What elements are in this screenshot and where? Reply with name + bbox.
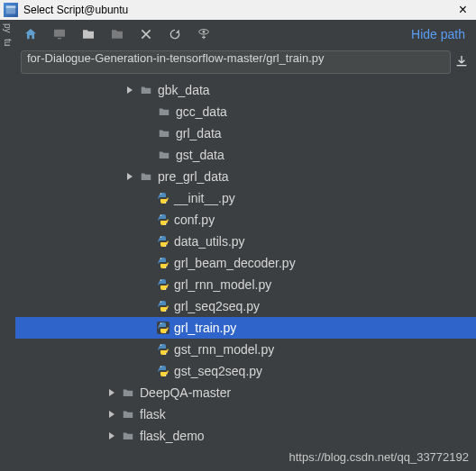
tree-row[interactable]: conf.py [15,209,476,231]
path-row: for-Dialogue-Generation-in-tensorflow-ma… [15,49,476,79]
tree-row[interactable]: gst_data [15,144,476,166]
python-file-icon [156,256,170,270]
project-icon[interactable] [80,26,96,42]
svg-point-30 [160,367,161,367]
watermark: https://blog.csdn.net/qq_33772192 [289,450,470,464]
window-titlebar: Select Script@ubuntu × [0,0,476,21]
svg-point-18 [160,280,161,281]
tree-row[interactable]: data_utils.py [15,231,476,252]
tree-item-label: flask [140,407,166,421]
tree-row[interactable]: grl_data [15,122,476,144]
tree-item-label: grl_seq2seq.py [174,299,260,313]
folder-icon [120,430,136,442]
folder-icon [156,127,172,140]
svg-point-13 [165,245,166,246]
close-icon[interactable] [138,26,154,42]
tree-row[interactable]: gcc_data [15,101,476,122]
tree-row[interactable]: grl_beam_decoder.py [15,252,476,274]
lefttab-2: tu [3,39,13,46]
path-input[interactable]: for-Dialogue-Generation-in-tensorflow-ma… [21,50,451,74]
python-file-icon [156,277,170,292]
expand-arrow-icon[interactable] [124,172,136,181]
tree-item-label: flask_demo [140,429,205,443]
svg-rect-2 [54,30,65,37]
svg-point-24 [160,323,161,324]
tree-row[interactable]: grl_rnn_model.py [15,274,476,295]
tree-row[interactable]: gst_seq2seq.py [15,360,476,382]
svg-point-21 [160,302,161,303]
tree-item-label: __init__.py [174,191,235,205]
folder-icon [138,170,154,183]
tree-row[interactable]: flask_demo [15,425,476,447]
lefttab-1: py [3,23,13,33]
hide-path-link[interactable]: Hide path [411,27,469,41]
file-tree[interactable]: gbk_datagcc_datagrl_datagst_datapre_grl_… [15,79,476,471]
main-panel: Hide path for-Dialogue-Generation-in-ten… [15,20,476,471]
svg-rect-1 [6,6,16,8]
window-close-button[interactable]: × [453,2,472,18]
tree-item-label: grl_beam_decoder.py [174,256,296,270]
tree-row[interactable]: __init__.py [15,187,476,209]
svg-point-16 [165,267,166,267]
svg-point-4 [203,31,206,33]
tree-item-label: DeepQA-master [140,385,231,400]
svg-point-28 [165,353,166,354]
tree-item-label: grl_data [176,126,222,140]
python-file-icon [156,299,170,313]
toolbar: Hide path [15,20,476,49]
module-icon[interactable] [109,26,125,42]
window-title: Select Script@ubuntu [23,4,453,16]
svg-point-9 [160,215,161,216]
tree-row[interactable]: grl_seq2seq.py [15,295,476,317]
tree-item-label: gst_data [176,148,224,162]
tree-row[interactable]: flask [15,403,476,425]
tree-row[interactable]: gst_rnn_model.py [15,339,476,360]
tree-item-label: grl_rnn_model.py [174,277,271,292]
python-file-icon [156,364,170,378]
tree-item-label: gbk_data [158,83,210,97]
folder-icon [120,408,136,421]
svg-point-6 [160,194,161,195]
tree-item-label: grl_train.py [174,321,236,335]
left-tab-labels: py tu [0,20,15,95]
refresh-icon[interactable] [167,26,183,42]
show-hidden-icon[interactable] [196,26,212,42]
app-icon [4,3,18,17]
svg-point-19 [165,288,166,289]
desktop-icon[interactable] [51,26,68,42]
svg-point-7 [165,202,166,203]
svg-point-22 [165,310,166,311]
folder-icon [138,84,154,96]
python-file-icon [156,234,170,249]
folder-icon [156,105,172,118]
svg-point-12 [160,237,161,238]
tree-item-label: conf.py [174,213,215,227]
python-file-icon [156,191,170,205]
svg-point-15 [160,258,161,259]
expand-arrow-icon[interactable] [105,410,118,419]
expand-arrow-icon[interactable] [124,86,136,95]
tree-row[interactable]: pre_grl_data [15,166,476,187]
path-text: for-Dialogue-Generation-in-tensorflow-ma… [27,51,324,65]
expand-arrow-icon[interactable] [105,431,118,440]
svg-point-31 [165,375,166,376]
tree-row[interactable]: grl_train.py [15,317,476,339]
tree-item-label: gst_rnn_model.py [174,342,274,357]
tree-item-label: data_utils.py [174,234,245,249]
tree-item-label: gcc_data [176,104,227,119]
svg-point-27 [160,345,161,346]
open-in-icon[interactable] [454,54,471,70]
folder-icon [120,386,136,399]
expand-arrow-icon[interactable] [105,388,118,397]
home-icon[interactable] [23,26,39,42]
svg-rect-3 [58,38,61,39]
folder-icon [156,149,172,161]
svg-point-10 [165,223,166,224]
python-file-icon [156,213,170,227]
svg-point-25 [165,331,166,332]
python-file-icon [156,342,170,357]
tree-row[interactable]: DeepQA-master [15,382,476,403]
tree-item-label: gst_seq2seq.py [174,364,262,378]
tree-row[interactable]: gbk_data [15,79,476,101]
tree-item-label: pre_grl_data [158,169,229,184]
